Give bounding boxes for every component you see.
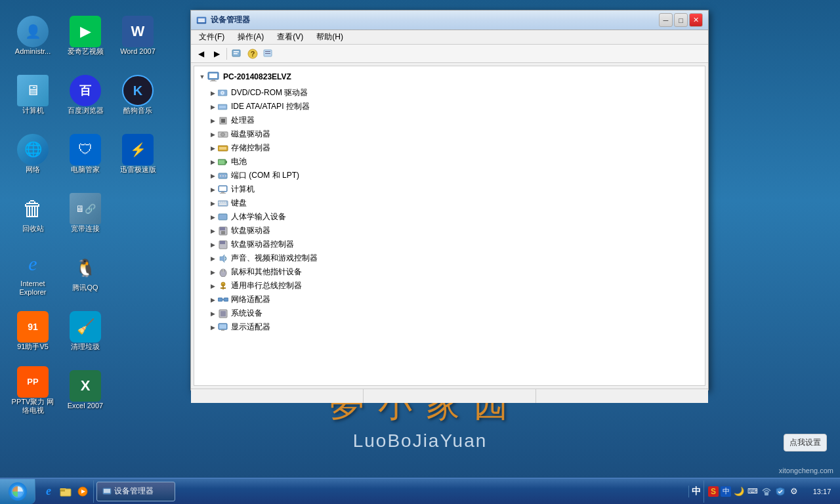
tree-item-display[interactable]: ▶ 显示适配器 xyxy=(207,320,702,334)
desktop-icon-iqiyi[interactable]: ▶ 爱奇艺视频 xyxy=(59,7,112,66)
desktop-icon-pptv[interactable]: PP PPTV聚力 网络电视 xyxy=(7,361,59,420)
dvd-arrow[interactable]: ▶ xyxy=(207,88,218,98)
tree-item-cpu[interactable]: ▶ 处理器 xyxy=(207,114,702,127)
menu-action[interactable]: 操作(A) xyxy=(232,30,269,44)
desktop-icon-network[interactable]: 🌐 网络 xyxy=(7,125,59,184)
desktop-icon-ie[interactable]: e Internet Explorer xyxy=(7,243,59,302)
tree-item-mouse[interactable]: ▶ 鼠标和其他指针设备 xyxy=(207,265,702,279)
tree-item-battery[interactable]: ▶ 电池 xyxy=(207,155,702,169)
tree-item-keyboard[interactable]: ▶ 键盘 xyxy=(207,196,702,210)
recycle-icon: 🗑 xyxy=(22,197,43,221)
tree-item-network[interactable]: ▶ 网络适配器 xyxy=(207,293,702,306)
cpu-arrow[interactable]: ▶ xyxy=(207,116,218,126)
desktop-icon-computer[interactable]: 🖥 计算机 xyxy=(7,66,59,125)
desktop-icon-qq[interactable]: 🐧 腾讯QQ xyxy=(59,243,112,302)
tree-item-floppy-ctrl[interactable]: ▶ 软盘驱动器控制器 xyxy=(207,238,702,251)
tree-item-storage[interactable]: ▶ 存储控制器 xyxy=(207,141,702,155)
desktop-icon-excel[interactable]: X Excel 2007 xyxy=(59,361,112,420)
svg-rect-35 xyxy=(221,192,224,193)
svg-rect-60 xyxy=(220,311,226,316)
mouse-arrow[interactable]: ▶ xyxy=(207,267,218,278)
window-titlebar[interactable]: 设备管理器 ─ □ ✕ xyxy=(191,10,708,30)
quicklaunch-explorer[interactable] xyxy=(58,484,74,499)
usb-arrow[interactable]: ▶ xyxy=(207,281,218,291)
svg-rect-1 xyxy=(198,18,205,22)
battery-icon xyxy=(218,157,228,167)
minimize-button[interactable]: ─ xyxy=(659,13,673,27)
tree-item-system[interactable]: ▶ 系统设备 xyxy=(207,306,702,320)
tray-sogou-icon[interactable]: S xyxy=(708,486,719,497)
refresh-button[interactable] xyxy=(261,47,276,61)
maximize-button[interactable]: □ xyxy=(674,13,688,27)
tree-item-dvd[interactable]: ▶ DVD/CD-ROM 驱动器 xyxy=(207,86,702,100)
tree-item-ide[interactable]: ▶ IDE ATA/ATAPI 控制器 xyxy=(207,100,702,114)
desktop-icon-word2007[interactable]: W Word 2007 xyxy=(112,7,164,66)
svg-rect-56 xyxy=(218,298,222,301)
forward-button[interactable]: ▶ xyxy=(209,47,224,61)
back-button[interactable]: ◀ xyxy=(194,47,208,61)
battery-arrow[interactable]: ▶ xyxy=(207,157,218,167)
device-properties-button[interactable] xyxy=(230,47,244,61)
floppy-arrow[interactable]: ▶ xyxy=(207,226,218,236)
tray-moon-icon[interactable]: 🌙 xyxy=(733,486,745,497)
tree-item-hid[interactable]: ▶ 人体学输入设备 xyxy=(207,210,702,224)
display-arrow[interactable]: ▶ xyxy=(207,322,218,333)
computer-tree-arrow[interactable]: ▶ xyxy=(207,184,218,195)
broadband-label: 宽带连接 xyxy=(71,224,100,233)
port-arrow[interactable]: ▶ xyxy=(207,171,218,181)
tree-item-usb[interactable]: ▶ 通用串行总线控制器 xyxy=(207,279,702,293)
svg-rect-46 xyxy=(221,231,225,234)
desktop-icon-baidu[interactable]: 百 百度浏览器 xyxy=(59,66,112,125)
tree-item-port[interactable]: ▶ 端口 (COM 和 LPT) xyxy=(207,169,702,182)
taskbar-task-device-manager[interactable]: 设备管理器 xyxy=(96,482,175,501)
hid-arrow[interactable]: ▶ xyxy=(207,212,218,222)
desktop-icon-clean[interactable]: 🧹 清理垃圾 xyxy=(59,302,112,361)
network-tree-arrow[interactable]: ▶ xyxy=(207,295,218,305)
root-collapse-arrow[interactable]: ▼ xyxy=(197,72,207,82)
menu-help[interactable]: 帮助(H) xyxy=(311,30,348,44)
quicklaunch-ie[interactable]: e xyxy=(41,484,56,499)
start-button[interactable] xyxy=(0,479,35,504)
tray-input-icon[interactable]: 中 xyxy=(721,486,731,497)
desktop-icon-kugou[interactable]: K 酷狗音乐 xyxy=(112,66,164,125)
tree-item-audio[interactable]: ▶ 声音、视频和游戏控制器 xyxy=(207,251,702,265)
task-device-manager-label: 设备管理器 xyxy=(114,486,154,497)
tray-keyboard2-icon[interactable]: ⌨ xyxy=(747,486,759,497)
taskbar-tasks-area: 设备管理器 xyxy=(94,482,688,501)
tray-network2-icon[interactable] xyxy=(761,486,772,497)
help-button[interactable]: ? xyxy=(245,47,260,61)
disk-arrow[interactable]: ▶ xyxy=(207,129,218,140)
menu-file[interactable]: 文件(F) xyxy=(194,30,230,44)
watermark-latin-text: LuoBoJiaYuan xyxy=(330,430,511,452)
system-arrow[interactable]: ▶ xyxy=(207,308,218,319)
desktop-icon-pcmanager[interactable]: 🛡 电脑管家 xyxy=(59,125,112,184)
tray-settings2-icon[interactable]: ⚙ xyxy=(788,486,800,497)
tray-shield2-icon[interactable] xyxy=(774,486,786,497)
keyboard-arrow[interactable]: ▶ xyxy=(207,198,218,209)
svg-rect-63 xyxy=(221,329,224,331)
tree-item-computer[interactable]: ▶ 计算机 xyxy=(207,182,702,196)
tree-item-floppy[interactable]: ▶ 软盘驱动器 xyxy=(207,224,702,238)
desktop-icon-admin[interactable]: 👤 Administr... xyxy=(7,7,59,66)
audio-arrow[interactable]: ▶ xyxy=(207,253,218,264)
storage-arrow[interactable]: ▶ xyxy=(207,143,218,154)
corner-settings-button[interactable]: 点我设置 xyxy=(784,434,827,452)
desktop-icon-recycle[interactable]: 🗑 回收站 xyxy=(7,184,59,243)
computer-icon: 🖥 xyxy=(26,82,40,99)
desktop-icon-thunder[interactable]: ⚡ 迅雷极速版 xyxy=(112,125,164,184)
excel-icon: X xyxy=(81,377,91,394)
91-label: 91助手V5 xyxy=(17,343,49,351)
taskbar-clock[interactable]: 13:17 xyxy=(804,488,840,495)
tree-root-item[interactable]: ▼ PC-20140823ELVZ xyxy=(197,69,702,85)
quicklaunch-media[interactable] xyxy=(75,484,91,499)
floppy-ctrl-arrow[interactable]: ▶ xyxy=(207,240,218,250)
close-button[interactable]: ✕ xyxy=(689,13,703,27)
desktop-icon-broadband[interactable]: 🖥🔗 宽带连接 xyxy=(59,184,112,243)
audio-icon xyxy=(218,253,228,264)
ide-arrow[interactable]: ▶ xyxy=(207,102,218,112)
desktop-icon-91[interactable]: 91 91助手V5 xyxy=(7,302,59,361)
tree-item-disk[interactable]: ▶ 磁盘驱动器 xyxy=(207,127,702,141)
device-manager-window[interactable]: 设备管理器 ─ □ ✕ 文件(F) 操作(A) 查看(V) 帮助(H) ◀ ▶ xyxy=(190,10,709,390)
device-tree[interactable]: ▼ PC-20140823ELVZ ▶ xyxy=(194,66,705,386)
menu-view[interactable]: 查看(V) xyxy=(272,30,308,44)
